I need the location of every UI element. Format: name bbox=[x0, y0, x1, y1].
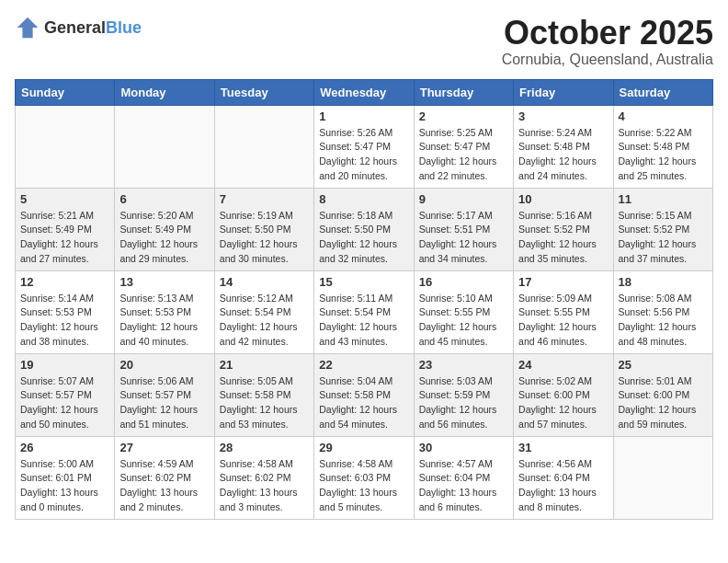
calendar-table: SundayMondayTuesdayWednesdayThursdayFrid… bbox=[15, 79, 713, 520]
weekday-header-monday: Monday bbox=[115, 79, 214, 105]
day-info: Sunrise: 5:11 AM Sunset: 5:54 PM Dayligh… bbox=[319, 292, 408, 350]
day-info: Sunrise: 4:58 AM Sunset: 6:02 PM Dayligh… bbox=[220, 457, 309, 515]
day-info: Sunrise: 5:10 AM Sunset: 5:55 PM Dayligh… bbox=[419, 292, 508, 350]
calendar-cell bbox=[115, 105, 214, 188]
calendar-cell: 26Sunrise: 5:00 AM Sunset: 6:01 PM Dayli… bbox=[16, 436, 115, 519]
calendar-cell bbox=[16, 105, 115, 188]
calendar-cell: 9Sunrise: 5:17 AM Sunset: 5:51 PM Daylig… bbox=[414, 188, 513, 270]
day-info: Sunrise: 4:56 AM Sunset: 6:04 PM Dayligh… bbox=[518, 457, 608, 515]
day-number: 3 bbox=[518, 109, 608, 123]
calendar-cell: 2Sunrise: 5:25 AM Sunset: 5:47 PM Daylig… bbox=[414, 105, 513, 188]
day-info: Sunrise: 5:08 AM Sunset: 5:56 PM Dayligh… bbox=[619, 292, 708, 350]
day-number: 13 bbox=[119, 275, 209, 289]
day-number: 17 bbox=[518, 275, 608, 289]
day-info: Sunrise: 5:16 AM Sunset: 5:52 PM Dayligh… bbox=[518, 209, 608, 267]
day-info: Sunrise: 5:25 AM Sunset: 5:47 PM Dayligh… bbox=[419, 126, 508, 184]
day-info: Sunrise: 5:04 AM Sunset: 5:58 PM Dayligh… bbox=[319, 374, 408, 432]
calendar-cell: 17Sunrise: 5:09 AM Sunset: 5:55 PM Dayli… bbox=[514, 270, 613, 353]
day-info: Sunrise: 4:59 AM Sunset: 6:02 PM Dayligh… bbox=[119, 457, 209, 515]
calendar-cell: 1Sunrise: 5:26 AM Sunset: 5:47 PM Daylig… bbox=[314, 105, 414, 188]
day-number: 25 bbox=[619, 358, 708, 372]
day-number: 18 bbox=[619, 275, 708, 289]
day-number: 11 bbox=[619, 192, 708, 206]
day-number: 27 bbox=[119, 441, 209, 454]
day-number: 22 bbox=[319, 358, 408, 372]
calendar-cell: 19Sunrise: 5:07 AM Sunset: 5:57 PM Dayli… bbox=[16, 353, 115, 436]
calendar-cell: 10Sunrise: 5:16 AM Sunset: 5:52 PM Dayli… bbox=[514, 188, 613, 270]
logo: GeneralBlue bbox=[15, 15, 142, 40]
day-info: Sunrise: 4:58 AM Sunset: 6:03 PM Dayligh… bbox=[319, 457, 408, 515]
day-info: Sunrise: 5:00 AM Sunset: 6:01 PM Dayligh… bbox=[20, 457, 109, 515]
weekday-header-thursday: Thursday bbox=[414, 79, 513, 105]
calendar-cell: 11Sunrise: 5:15 AM Sunset: 5:52 PM Dayli… bbox=[613, 188, 712, 270]
calendar-cell bbox=[214, 105, 313, 188]
weekday-header-tuesday: Tuesday bbox=[214, 79, 313, 105]
day-info: Sunrise: 5:15 AM Sunset: 5:52 PM Dayligh… bbox=[619, 209, 708, 267]
calendar-cell: 30Sunrise: 4:57 AM Sunset: 6:04 PM Dayli… bbox=[414, 436, 513, 519]
day-info: Sunrise: 5:18 AM Sunset: 5:50 PM Dayligh… bbox=[319, 209, 408, 267]
day-info: Sunrise: 5:13 AM Sunset: 5:53 PM Dayligh… bbox=[119, 292, 209, 350]
calendar-cell: 15Sunrise: 5:11 AM Sunset: 5:54 PM Dayli… bbox=[314, 270, 414, 353]
day-info: Sunrise: 5:21 AM Sunset: 5:49 PM Dayligh… bbox=[20, 209, 109, 267]
calendar-cell: 31Sunrise: 4:56 AM Sunset: 6:04 PM Dayli… bbox=[514, 436, 613, 519]
day-info: Sunrise: 5:09 AM Sunset: 5:55 PM Dayligh… bbox=[518, 292, 608, 350]
day-number: 23 bbox=[419, 358, 508, 372]
day-number: 29 bbox=[319, 441, 408, 454]
calendar-cell: 21Sunrise: 5:05 AM Sunset: 5:58 PM Dayli… bbox=[214, 353, 313, 436]
day-number: 26 bbox=[20, 441, 109, 454]
day-number: 8 bbox=[319, 192, 408, 206]
day-info: Sunrise: 5:24 AM Sunset: 5:48 PM Dayligh… bbox=[518, 126, 608, 184]
calendar-cell: 28Sunrise: 4:58 AM Sunset: 6:02 PM Dayli… bbox=[214, 436, 313, 519]
calendar-week-row: 19Sunrise: 5:07 AM Sunset: 5:57 PM Dayli… bbox=[16, 353, 713, 436]
month-title: October 2025 bbox=[502, 15, 713, 52]
calendar-week-row: 1Sunrise: 5:26 AM Sunset: 5:47 PM Daylig… bbox=[16, 105, 713, 188]
weekday-header-friday: Friday bbox=[514, 79, 613, 105]
calendar-week-row: 26Sunrise: 5:00 AM Sunset: 6:01 PM Dayli… bbox=[16, 436, 713, 519]
day-number: 21 bbox=[220, 358, 309, 372]
day-info: Sunrise: 4:57 AM Sunset: 6:04 PM Dayligh… bbox=[419, 457, 508, 515]
calendar-cell: 22Sunrise: 5:04 AM Sunset: 5:58 PM Dayli… bbox=[314, 353, 414, 436]
svg-marker-0 bbox=[17, 17, 38, 38]
location-title: Cornubia, Queensland, Australia bbox=[502, 52, 713, 68]
day-number: 14 bbox=[220, 275, 309, 289]
logo-icon bbox=[15, 15, 40, 40]
day-number: 7 bbox=[220, 192, 309, 206]
calendar-cell: 25Sunrise: 5:01 AM Sunset: 6:00 PM Dayli… bbox=[613, 353, 712, 436]
calendar-cell: 4Sunrise: 5:22 AM Sunset: 5:48 PM Daylig… bbox=[613, 105, 712, 188]
calendar-cell: 12Sunrise: 5:14 AM Sunset: 5:53 PM Dayli… bbox=[16, 270, 115, 353]
weekday-header-saturday: Saturday bbox=[613, 79, 712, 105]
day-number: 10 bbox=[518, 192, 608, 206]
title-area: October 2025 Cornubia, Queensland, Austr… bbox=[502, 15, 713, 68]
day-info: Sunrise: 5:06 AM Sunset: 5:57 PM Dayligh… bbox=[119, 374, 209, 432]
day-number: 24 bbox=[518, 358, 608, 372]
calendar-cell: 14Sunrise: 5:12 AM Sunset: 5:54 PM Dayli… bbox=[214, 270, 313, 353]
day-info: Sunrise: 5:01 AM Sunset: 6:00 PM Dayligh… bbox=[619, 374, 708, 432]
day-info: Sunrise: 5:03 AM Sunset: 5:59 PM Dayligh… bbox=[419, 374, 508, 432]
day-info: Sunrise: 5:19 AM Sunset: 5:50 PM Dayligh… bbox=[220, 209, 309, 267]
calendar-cell: 24Sunrise: 5:02 AM Sunset: 6:00 PM Dayli… bbox=[514, 353, 613, 436]
calendar-cell: 29Sunrise: 4:58 AM Sunset: 6:03 PM Dayli… bbox=[314, 436, 414, 519]
weekday-header-row: SundayMondayTuesdayWednesdayThursdayFrid… bbox=[16, 79, 713, 105]
day-info: Sunrise: 5:02 AM Sunset: 6:00 PM Dayligh… bbox=[518, 374, 608, 432]
day-info: Sunrise: 5:22 AM Sunset: 5:48 PM Dayligh… bbox=[619, 126, 708, 184]
day-info: Sunrise: 5:14 AM Sunset: 5:53 PM Dayligh… bbox=[20, 292, 109, 350]
calendar-cell: 27Sunrise: 4:59 AM Sunset: 6:02 PM Dayli… bbox=[115, 436, 214, 519]
logo-general-text: General bbox=[44, 18, 106, 37]
day-number: 2 bbox=[419, 109, 508, 123]
calendar-cell: 23Sunrise: 5:03 AM Sunset: 5:59 PM Dayli… bbox=[414, 353, 513, 436]
day-number: 5 bbox=[20, 192, 109, 206]
calendar-week-row: 5Sunrise: 5:21 AM Sunset: 5:49 PM Daylig… bbox=[16, 188, 713, 270]
day-number: 4 bbox=[619, 109, 708, 123]
day-number: 31 bbox=[518, 441, 608, 454]
day-info: Sunrise: 5:26 AM Sunset: 5:47 PM Dayligh… bbox=[319, 126, 408, 184]
page-header: GeneralBlue October 2025 Cornubia, Queen… bbox=[15, 15, 713, 68]
weekday-header-sunday: Sunday bbox=[16, 79, 115, 105]
day-number: 15 bbox=[319, 275, 408, 289]
calendar-cell: 7Sunrise: 5:19 AM Sunset: 5:50 PM Daylig… bbox=[214, 188, 313, 270]
calendar-cell: 5Sunrise: 5:21 AM Sunset: 5:49 PM Daylig… bbox=[16, 188, 115, 270]
day-number: 1 bbox=[319, 109, 408, 123]
day-number: 16 bbox=[419, 275, 508, 289]
calendar-week-row: 12Sunrise: 5:14 AM Sunset: 5:53 PM Dayli… bbox=[16, 270, 713, 353]
day-number: 12 bbox=[20, 275, 109, 289]
calendar-cell: 3Sunrise: 5:24 AM Sunset: 5:48 PM Daylig… bbox=[514, 105, 613, 188]
